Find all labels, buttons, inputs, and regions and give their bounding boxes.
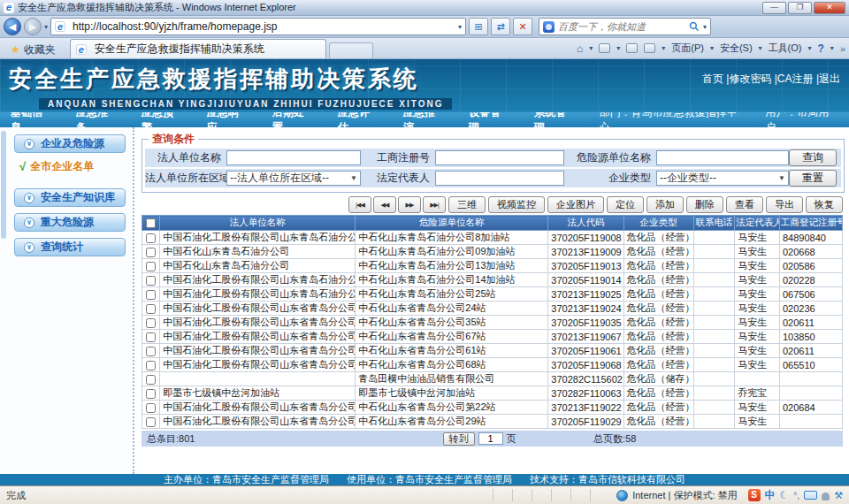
table-row[interactable]: 青岛田横中油油品销售有限公司 370282C115602 危化品（储存）	[142, 372, 843, 386]
toolbar-button[interactable]: 查看	[726, 196, 763, 213]
select-all-header[interactable]	[142, 216, 160, 231]
history-dropdown-icon[interactable]: ▾	[44, 23, 48, 31]
search-box[interactable]: 百度一下，你就知道 ▾	[539, 18, 711, 35]
browser-tab[interactable]: e 安全生产应急救援指挥辅助决策系统	[70, 39, 326, 58]
pager-button[interactable]: ◀◀	[373, 196, 396, 213]
legal-rep-input[interactable]	[435, 171, 564, 186]
tools-menu[interactable]: 工具(O)	[769, 42, 802, 55]
reset-button[interactable]: 重置	[789, 170, 837, 187]
forward-button[interactable]: ▶	[24, 18, 42, 35]
refresh-button[interactable]: ⇄	[491, 18, 510, 35]
feeds-icon[interactable]	[599, 43, 610, 53]
area-select[interactable]: --法人单位所在区域-- ▼	[226, 171, 361, 186]
sogou-logo-icon[interactable]: S	[748, 489, 761, 501]
panel-handle[interactable]	[1, 131, 6, 239]
help-icon[interactable]: ?	[818, 42, 824, 55]
compatibility-view-button[interactable]: ⊞	[469, 18, 488, 35]
goto-page-button[interactable]: 转到	[443, 432, 475, 446]
print-dropdown-icon[interactable]: ▾	[662, 44, 665, 52]
minimize-button[interactable]: —	[762, 2, 786, 14]
sidebar-group-statistics[interactable]: ∨ 查询统计	[14, 238, 126, 256]
address-dropdown-icon[interactable]: ▾	[458, 23, 462, 31]
search-magnifier-icon[interactable]	[689, 21, 700, 32]
url-text[interactable]: http://localhost:90/yjzh/frame/homepage.…	[73, 20, 455, 33]
row-checkbox[interactable]	[146, 304, 156, 314]
back-button[interactable]: ◀	[4, 18, 21, 35]
table-row[interactable]: 中国石油化工股份有限公司山东省青岛分公司 中石化山东省青岛分公司35站 3702…	[142, 316, 843, 330]
cell-company-name: 中国石油化工股份有限公司山东省青岛分公司	[160, 415, 356, 429]
pager-button[interactable]: |◀◀	[348, 196, 371, 213]
row-checkbox[interactable]	[146, 276, 156, 286]
sidebar-group-enterprise[interactable]: ∨ 企业及危险源	[14, 134, 126, 153]
pager-button[interactable]: ▶▶|	[423, 196, 446, 213]
safety-menu[interactable]: 安全(S)	[720, 42, 753, 55]
row-checkbox[interactable]	[146, 417, 156, 427]
address-bar[interactable]: e http://localhost:90/yjzh/frame/homepag…	[50, 18, 466, 35]
search-button[interactable]: 查询	[789, 149, 837, 166]
star-icon: ★	[11, 43, 20, 56]
table-row[interactable]: 即墨市七级镇中岔河加油站 即墨市七级镇中岔河加油站 370282F110063 …	[142, 386, 843, 401]
sidebar-group-knowledge[interactable]: ∨ 安全生产知识库	[14, 188, 126, 207]
wrench-icon[interactable]: ⚒	[834, 490, 843, 501]
row-checkbox[interactable]	[146, 290, 156, 300]
sidebar-group-major-hazard[interactable]: ∨ 重大危险源	[14, 213, 126, 232]
overflow-chevron-icon[interactable]: »	[840, 43, 845, 54]
toolbar-button[interactable]: 删除	[686, 196, 723, 213]
search-placeholder[interactable]: 百度一下，你就知道	[558, 20, 685, 34]
table-row[interactable]: 中国石油化工股份有限公司山东青岛石油分公司 中石化山东青岛石油分公司14加油站 …	[142, 273, 843, 287]
row-checkbox[interactable]	[146, 347, 156, 356]
row-checkbox[interactable]	[146, 332, 156, 342]
search-dropdown-icon[interactable]: ▾	[703, 23, 707, 31]
punctuation-icon[interactable]: °,	[793, 491, 799, 500]
table-row[interactable]: 中国石油化工股份有限公司山东省青岛分公司 中石化山东省青岛分公司第22站 370…	[142, 401, 843, 415]
toolbar-button[interactable]: 企业图片	[547, 196, 604, 213]
page-menu[interactable]: 页面(P)	[671, 42, 704, 55]
table-row[interactable]: 中国石化山东青岛石油分公司 中石化山东青岛石油分公司13加油站 370205F1…	[142, 259, 843, 273]
regno-input[interactable]	[435, 150, 564, 165]
table-row[interactable]: 中国石油化工股份有限公司山东省青岛分公司 中石化山东省青岛分公司67站 3702…	[142, 330, 843, 344]
toolbar-button[interactable]: 视频监控	[488, 196, 545, 213]
keyboard-icon[interactable]	[804, 491, 817, 500]
print-icon[interactable]	[644, 43, 655, 53]
toolbar-button[interactable]: 添加	[646, 196, 684, 213]
table-row[interactable]: 中国石油化工股份有限公司山东省青岛分公司 中石化山东省青岛分公司61站 3702…	[142, 344, 843, 358]
table-row[interactable]: 中国石油化工股份有限公司山东省青岛分公司 中石化山东省青岛分公司29站 3702…	[142, 415, 843, 429]
row-checkbox[interactable]	[146, 248, 156, 257]
toolbar-button[interactable]: 恢复	[806, 196, 843, 213]
company-name-input[interactable]	[226, 150, 361, 165]
row-checkbox[interactable]	[146, 403, 156, 413]
mail-icon[interactable]	[626, 43, 638, 53]
close-button[interactable]: ✕	[814, 2, 845, 14]
header-links[interactable]: 首页 |修改密码 |CA注册 |退出	[702, 72, 840, 87]
row-checkbox[interactable]	[146, 233, 156, 243]
select-all-checkbox[interactable]	[146, 218, 156, 228]
home-icon[interactable]: ⌂	[577, 42, 583, 55]
person-icon[interactable]	[822, 493, 830, 500]
favorites-button[interactable]: ★ 收藏夹	[4, 41, 63, 58]
stop-button[interactable]: ✕	[513, 18, 532, 35]
pager-button[interactable]: ▶▶	[398, 196, 421, 213]
feeds-dropdown-icon[interactable]: ▾	[616, 44, 620, 52]
toolbar-button[interactable]: 定位	[607, 196, 644, 213]
row-checkbox[interactable]	[146, 318, 156, 328]
row-checkbox[interactable]	[146, 375, 156, 385]
new-tab-button[interactable]	[329, 42, 373, 58]
hazard-name-input[interactable]	[656, 150, 789, 165]
row-checkbox[interactable]	[146, 361, 156, 370]
row-checkbox[interactable]	[146, 262, 156, 271]
toolbar-button[interactable]: 导出	[766, 196, 803, 213]
table-row[interactable]: 中国石油化工股份有限公司山东省青岛分公司 中石化山东省青岛分公司24站 3702…	[142, 302, 843, 316]
table-row[interactable]: 中国石油化工股份有限公司山东青岛石油分公司 中石化山东青岛石油分公司25站 37…	[142, 287, 843, 302]
moon-icon[interactable]: ☾	[780, 489, 790, 501]
toolbar-button[interactable]: 三维	[448, 196, 486, 213]
page-number-input[interactable]	[478, 432, 503, 445]
home-dropdown-icon[interactable]: ▾	[589, 44, 593, 52]
table-row[interactable]: 中国石油化工股份有限公司山东青岛石油分公司 中石化山东青岛石油分公司8加油站 3…	[142, 231, 843, 245]
table-row[interactable]: 中国石油化工股份有限公司山东省青岛分公司 中石化山东省青岛分公司68站 3702…	[142, 358, 843, 372]
enterprise-type-select[interactable]: --企业类型-- ▼	[656, 171, 789, 186]
table-row[interactable]: 中国石化山东青岛石油分公司 中石化山东青岛石油分公司09加油站 370213F1…	[142, 245, 843, 259]
row-checkbox[interactable]	[146, 389, 156, 399]
sidebar-item-company-list[interactable]: √ 全市企业名单	[19, 159, 133, 174]
chinese-mode-icon[interactable]: 中	[765, 488, 776, 503]
maximize-button[interactable]: ❐	[788, 2, 812, 14]
